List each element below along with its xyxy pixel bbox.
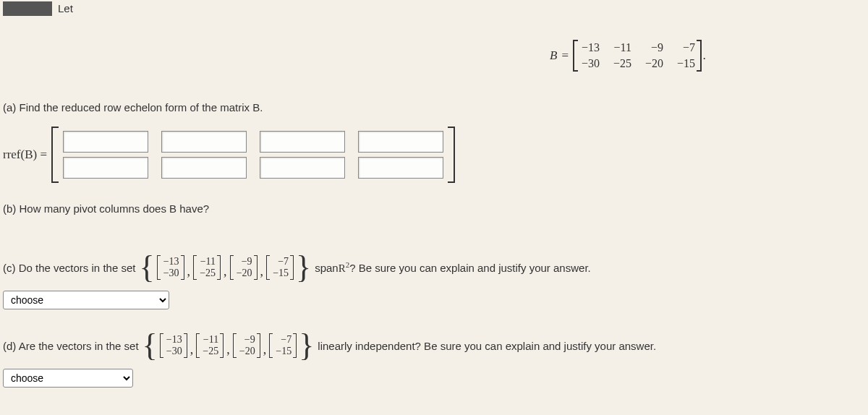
question-d-row: (d) Are the vectors in the set { −13−30 … xyxy=(3,331,656,360)
rref-input-1-3[interactable] xyxy=(358,157,443,179)
period: . xyxy=(702,48,706,63)
comma: , xyxy=(187,264,191,282)
question-a-text: (a) Find the reduced row echelon form of… xyxy=(3,101,263,114)
rref-input-1-1[interactable] xyxy=(161,157,247,179)
choose-select-d[interactable]: choose xyxy=(3,369,133,388)
matrix-cell: −13 xyxy=(579,41,600,54)
question-c-suffix: ? Be sure you can explain and justify yo… xyxy=(349,262,591,274)
vec-val: −13 xyxy=(162,256,179,268)
matrix-cell: −20 xyxy=(643,57,663,70)
vec-val: −9 xyxy=(235,256,252,268)
matrix-cell: −15 xyxy=(675,57,695,70)
matrix-cell: −9 xyxy=(643,41,663,54)
vec-val: −15 xyxy=(271,268,289,279)
vec-val: −7 xyxy=(274,334,292,346)
highlight-block xyxy=(3,1,52,16)
vec-val: −30 xyxy=(165,346,182,357)
right-brace-icon: } xyxy=(298,331,315,360)
matrix-b-definition: B = −13 −11 −9 −7 −30 −25 −20 −15 . xyxy=(550,40,706,72)
question-d-suffix: linearly independent? Be sure you can ex… xyxy=(318,340,656,352)
vec-val: −25 xyxy=(201,346,218,357)
vec-val: −20 xyxy=(238,346,255,357)
matrix-b-symbol: B xyxy=(550,48,557,63)
rref-input-0-1[interactable] xyxy=(161,131,247,153)
rref-input-1-0[interactable] xyxy=(63,157,148,179)
vec-val: −13 xyxy=(165,334,182,346)
rref-input-0-0[interactable] xyxy=(63,131,148,153)
matrix-b: −13 −11 −9 −7 −30 −25 −20 −15 xyxy=(573,40,702,72)
question-d-prefix: (d) Are the vectors in the set xyxy=(3,340,139,352)
vec-val: −11 xyxy=(198,256,216,268)
equals-sign: = xyxy=(561,48,569,63)
rref-label: rref(B) = xyxy=(3,147,47,162)
vector-set-d: { −13−30 , −11−25 , −9−20 , −7−15 } xyxy=(142,331,315,360)
question-c-row: (c) Do the vectors in the set { −13−30 ,… xyxy=(3,253,591,282)
choose-select-c[interactable]: choose xyxy=(3,291,169,309)
rref-input-0-2[interactable] xyxy=(260,131,345,153)
question-c-span: span xyxy=(315,262,339,274)
comma: , xyxy=(226,342,230,360)
question-c-prefix: (c) Do the vectors in the set xyxy=(3,262,135,274)
comma: , xyxy=(263,342,267,360)
matrix-cell: −25 xyxy=(611,57,631,70)
comma: , xyxy=(260,264,264,282)
matrix-cell: −11 xyxy=(611,41,631,54)
vec-val: −11 xyxy=(201,334,218,346)
matrix-cell: −30 xyxy=(579,57,600,70)
vector-set-c: { −13−30 , −11−25 , −9−20 , −7−15 } xyxy=(138,253,312,282)
rref-input-1-2[interactable] xyxy=(260,157,345,179)
comma: , xyxy=(224,264,227,282)
vec-val: −7 xyxy=(271,256,289,268)
vec-val: −15 xyxy=(274,346,292,357)
rref-matrix xyxy=(51,127,455,183)
vec-val: −9 xyxy=(238,334,255,346)
r-symbol: R xyxy=(339,262,346,274)
left-brace-icon: { xyxy=(138,253,155,282)
vec-val: −20 xyxy=(235,268,252,279)
question-b-text: (b) How many pivot columns does B have? xyxy=(3,202,209,215)
matrix-cell: −7 xyxy=(675,41,695,54)
rref-answer-row: rref(B) = xyxy=(3,127,455,183)
left-brace-icon: { xyxy=(142,331,158,360)
right-brace-icon: } xyxy=(295,253,312,282)
rref-input-0-3[interactable] xyxy=(358,131,443,153)
let-label: Let xyxy=(58,2,73,14)
vec-val: −25 xyxy=(198,268,216,279)
vec-val: −30 xyxy=(162,268,179,279)
comma: , xyxy=(190,342,194,360)
